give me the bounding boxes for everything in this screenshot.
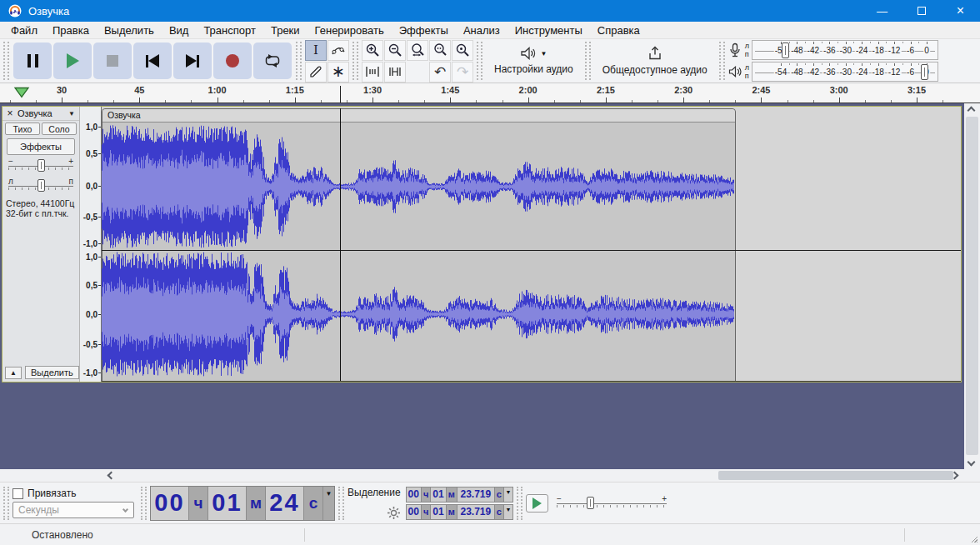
share-audio-button[interactable]: Общедоступное аудио xyxy=(594,41,716,81)
silence-selection-button[interactable] xyxy=(384,62,406,82)
collapse-track-button[interactable]: ▲ xyxy=(5,367,22,379)
track-name[interactable]: Озвучка xyxy=(18,108,68,118)
menu-item-3[interactable]: Вид xyxy=(162,22,197,38)
selection-toolbar-grip[interactable] xyxy=(338,487,344,520)
recording-meter-scale[interactable]: -54-48-42-36-30-24-18-12-60 xyxy=(752,40,938,60)
menu-item-10[interactable]: Справка xyxy=(590,22,648,38)
time-digits[interactable]: 00 xyxy=(151,487,188,520)
gain-slider[interactable]: − + xyxy=(8,157,73,175)
recording-meter-volume-slider-handle[interactable] xyxy=(782,42,789,58)
scroll-up-icon[interactable] xyxy=(968,107,976,115)
meter-toolbar-grip[interactable] xyxy=(719,42,725,80)
time-digits[interactable]: 23.719 xyxy=(458,505,494,519)
skip-to-start-button[interactable] xyxy=(133,42,172,79)
time-format-dropdown-icon[interactable]: ▼ xyxy=(504,488,512,502)
share-audio-grip[interactable] xyxy=(585,42,591,80)
waveform[interactable] xyxy=(102,122,734,381)
redo-button[interactable]: ↷ xyxy=(452,62,473,82)
close-button[interactable]: × xyxy=(941,0,980,22)
menu-item-7[interactable]: Эффекты xyxy=(392,22,456,38)
loop-button[interactable] xyxy=(253,42,292,79)
selection-start-field[interactable]: 00ч01м23.719с▼ xyxy=(406,487,513,502)
select-track-button[interactable]: Выделить xyxy=(25,366,79,379)
skip-to-end-button[interactable] xyxy=(173,42,212,79)
zoom-selection-button[interactable] xyxy=(407,40,428,61)
audio-setup-grip[interactable] xyxy=(477,42,482,80)
time-digits[interactable]: 00 xyxy=(407,488,421,502)
vertical-scale-ruler[interactable]: 1,00,50,0-0,5-1,01,00,50,0-0,5-1,0 xyxy=(80,107,102,382)
playback-meter[interactable]: л п -54-48-42-36-30-24-18-12-60 xyxy=(728,62,938,82)
time-digits[interactable]: 01 xyxy=(431,488,445,502)
time-digits[interactable]: 01 xyxy=(431,505,445,519)
play-speed-slider[interactable]: − + xyxy=(557,492,667,514)
zoom-in-button[interactable] xyxy=(362,40,383,61)
time-format-dropdown-icon[interactable]: ▼ xyxy=(504,505,512,519)
time-digits[interactable]: 00 xyxy=(407,505,421,519)
zoom-toggle-button[interactable] xyxy=(452,40,473,61)
audio-setup-button[interactable]: ▼ Настройки аудио xyxy=(486,41,582,81)
selection-end-field[interactable]: 00ч01м23.719с▼ xyxy=(406,504,513,520)
track-close-icon[interactable]: × xyxy=(5,108,15,119)
stop-button[interactable] xyxy=(93,42,132,79)
menu-item-1[interactable]: Правка xyxy=(45,22,97,38)
maximize-button[interactable] xyxy=(902,0,941,22)
timeline-ruler[interactable]: 30451:001:151:301:452:002:152:302:453:00… xyxy=(0,84,980,103)
vertical-scrollbar[interactable] xyxy=(964,103,980,469)
playback-meter-volume-slider-handle[interactable] xyxy=(921,64,928,80)
play-at-speed-button[interactable] xyxy=(526,494,548,512)
menu-item-0[interactable]: Файл xyxy=(3,22,45,38)
track-area[interactable]: × Озвучка ▼ Тихо Соло Эффекты − + л п xyxy=(0,103,964,469)
zoom-out-button[interactable] xyxy=(384,40,406,61)
track-bottom-edge[interactable] xyxy=(102,381,961,382)
transport-toolbar-grip[interactable] xyxy=(3,42,9,80)
vertical-scrollbar-thumb[interactable] xyxy=(966,117,978,455)
clip-header[interactable]: Озвучка xyxy=(102,109,735,122)
horizontal-scrollbar[interactable] xyxy=(0,469,964,482)
menu-item-5[interactable]: Треки xyxy=(263,22,308,38)
menu-item-2[interactable]: Выделить xyxy=(97,22,162,38)
draw-tool-button[interactable] xyxy=(305,62,327,82)
pan-slider-handle[interactable] xyxy=(38,179,45,192)
multi-tool-button[interactable]: ∗ xyxy=(328,62,349,82)
time-format-select[interactable]: Секунды xyxy=(12,502,134,518)
menu-item-4[interactable]: Транспорт xyxy=(196,22,263,38)
track-content[interactable]: Озвучка xyxy=(102,107,961,382)
gain-slider-handle[interactable] xyxy=(38,159,45,172)
time-format-dropdown-icon[interactable]: ▼ xyxy=(323,487,334,520)
pan-slider[interactable]: л п xyxy=(8,177,73,195)
play-speed-slider-handle[interactable] xyxy=(587,497,594,509)
time-digits[interactable]: 23.719 xyxy=(458,488,494,502)
resize-grip[interactable] xyxy=(969,534,978,542)
selection-tool-button[interactable]: I xyxy=(305,40,327,61)
effects-button[interactable]: Эффекты xyxy=(7,138,75,155)
undo-button[interactable]: ↶ xyxy=(429,62,451,82)
envelope-tool-button[interactable] xyxy=(328,40,349,61)
scroll-down-icon[interactable] xyxy=(968,458,976,467)
menu-item-6[interactable]: Генерировать xyxy=(308,22,392,38)
time-digits[interactable]: 24 xyxy=(266,487,303,520)
selection-settings-gear-icon[interactable] xyxy=(387,506,401,520)
recording-meter[interactable]: л п -54-48-42-36-30-24-18-12-60 xyxy=(728,40,938,60)
minimize-button[interactable]: — xyxy=(862,0,902,22)
menu-item-8[interactable]: Анализ xyxy=(456,22,508,38)
solo-button[interactable]: Соло xyxy=(42,122,77,135)
track-menu-dropdown-icon[interactable]: ▼ xyxy=(68,110,75,118)
record-button[interactable] xyxy=(213,42,252,79)
audio-position-display[interactable]: 00ч01м24с▼ xyxy=(150,486,335,521)
time-digits[interactable]: 01 xyxy=(208,487,246,520)
scroll-left-icon[interactable] xyxy=(108,472,116,480)
time-toolbar-grip[interactable] xyxy=(141,487,147,520)
pause-button[interactable] xyxy=(13,42,52,79)
tools-toolbar-grip[interactable] xyxy=(296,42,302,80)
horizontal-scrollbar-thumb[interactable] xyxy=(718,471,953,480)
mute-button[interactable]: Тихо xyxy=(5,122,40,135)
zoom-fit-button[interactable] xyxy=(429,40,451,61)
snap-checkbox[interactable] xyxy=(12,488,23,499)
snap-toolbar-grip[interactable] xyxy=(3,487,9,520)
trim-outside-selection-button[interactable] xyxy=(362,62,383,82)
menu-item-9[interactable]: Инструменты xyxy=(508,22,590,38)
play-button[interactable] xyxy=(53,42,92,79)
channel-separator[interactable] xyxy=(102,250,961,251)
playback-meter-scale[interactable]: -54-48-42-36-30-24-18-12-60 xyxy=(752,62,938,82)
timeline-pin-icon[interactable] xyxy=(13,87,30,98)
